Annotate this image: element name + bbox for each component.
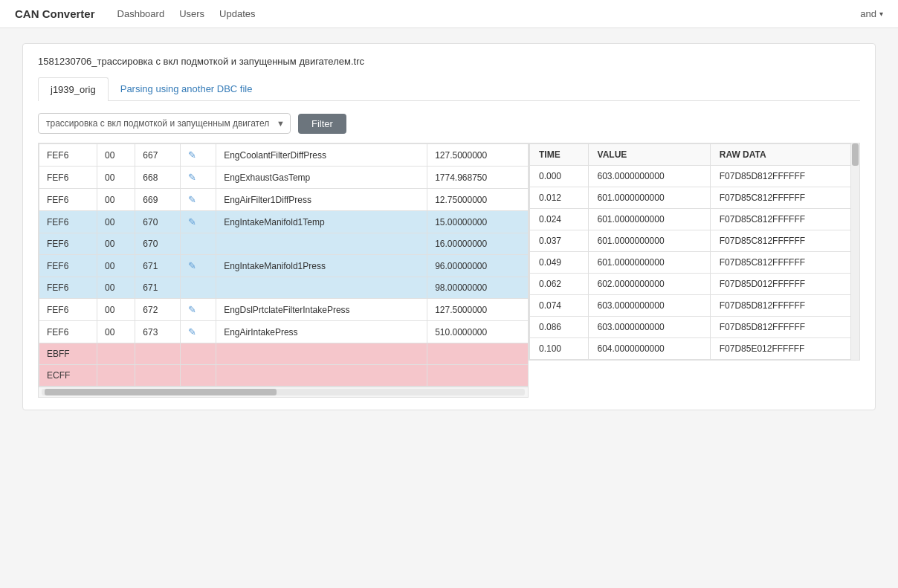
scrollbar-thumb [45, 389, 277, 395]
cell-icon[interactable]: ✎ [181, 211, 216, 233]
cell-spn: 667 [135, 144, 181, 167]
nav-updates[interactable]: Updates [219, 8, 255, 19]
cell-icon[interactable] [181, 365, 216, 387]
cell-sa: 00 [97, 144, 135, 167]
table-row[interactable]: FEF6 00 671 ✎ EngIntakeManifold1Press 96… [39, 255, 529, 277]
filter-button[interactable]: Filter [298, 114, 346, 134]
edit-icon[interactable]: ✎ [188, 304, 196, 315]
table-row[interactable]: EBFF [39, 343, 529, 365]
edit-icon[interactable]: ✎ [188, 194, 196, 205]
cell-pgn: FEF6 [39, 255, 97, 277]
edit-icon[interactable]: ✎ [188, 149, 196, 161]
cell-value: 604.0000000000 [588, 338, 710, 360]
cell-pgn: FEF6 [39, 189, 97, 211]
navbar: CAN Converter Dashboard Users Updates an… [0, 0, 898, 28]
filter-row: трассировка с вкл подмоткой и запущенным… [38, 113, 860, 134]
cell-value: 96.00000000 [427, 255, 529, 277]
cell-icon[interactable]: ✎ [181, 321, 216, 343]
horizontal-scrollbar[interactable] [38, 387, 529, 398]
table-row[interactable]: 0.012 601.0000000000 F07D85C812FFFFFF [530, 187, 859, 209]
cell-value: 127.5000000 [427, 299, 529, 321]
table-row[interactable]: FEF6 00 667 ✎ EngCoolantFilterDiffPress … [39, 144, 529, 167]
cell-value: 12.75000000 [427, 189, 529, 211]
cell-sa: 00 [97, 189, 135, 211]
nav-users[interactable]: Users [179, 8, 204, 19]
filter-select[interactable]: трассировка с вкл подмоткой и запущенным… [38, 113, 291, 134]
cell-name: EngExhaustGasTemp [216, 167, 427, 189]
cell-raw: F07D85D812FFFFFF [710, 166, 859, 187]
main-content: 1581230706_трассировка с вкл подмоткой и… [0, 28, 898, 425]
cell-value: 510.0000000 [427, 321, 529, 343]
app-brand: CAN Converter [15, 7, 95, 20]
table-row[interactable]: 0.074 603.0000000000 F07D85D812FFFFFF [530, 295, 859, 317]
right-table-header: VALUE [588, 144, 710, 166]
edit-icon[interactable]: ✎ [188, 216, 196, 227]
table-row[interactable]: 0.037 601.0000000000 F07D85C812FFFFFF [530, 230, 859, 252]
cell-time: 0.086 [530, 317, 589, 338]
cell-icon[interactable]: ✎ [181, 144, 216, 167]
cell-value: 601.0000000000 [588, 230, 710, 252]
right-table-header: RAW DATA [710, 144, 859, 166]
cell-sa: 00 [97, 299, 135, 321]
cell-raw: F07D85D812FFFFFF [710, 295, 859, 317]
table-row[interactable]: 0.062 602.0000000000 F07D85D012FFFFFF [530, 274, 859, 295]
cell-icon[interactable] [181, 343, 216, 365]
cell-raw: F07D85E012FFFFFF [710, 338, 859, 360]
right-table-header: TIME [530, 144, 589, 166]
cell-pgn: FEF6 [39, 211, 97, 233]
edit-icon[interactable]: ✎ [188, 326, 196, 337]
cell-icon[interactable]: ✎ [181, 189, 216, 211]
table-row[interactable]: 0.100 604.0000000000 F07D85E012FFFFFF [530, 338, 859, 360]
cell-value: 601.0000000000 [588, 187, 710, 209]
table-row[interactable]: 0.024 601.0000000000 F07D85C812FFFFFF [530, 209, 859, 230]
cell-time: 0.100 [530, 338, 589, 360]
table-row[interactable]: 0.086 603.0000000000 F07D85D812FFFFFF [530, 317, 859, 338]
cell-pgn: FEF6 [39, 321, 97, 343]
right-table-wrapper[interactable]: TIMEVALUERAW DATA 0.000 603.0000000000 F… [529, 143, 860, 361]
file-title: 1581230706_трассировка с вкл подмоткой и… [38, 56, 860, 67]
cell-name: EngIntakeManifold1Temp [216, 211, 427, 233]
cell-time: 0.074 [530, 295, 589, 317]
cell-value: 16.00000000 [427, 233, 529, 255]
cell-name [216, 233, 427, 255]
nav-dashboard[interactable]: Dashboard [117, 8, 165, 19]
cell-icon [181, 233, 216, 255]
cell-value: 1774.968750 [427, 167, 529, 189]
table-row[interactable]: FEF6 00 671 98.00000000 [39, 277, 529, 299]
table-row[interactable]: FEF6 00 669 ✎ EngAirFilter1DiffPress 12.… [39, 189, 529, 211]
right-table: TIMEVALUERAW DATA 0.000 603.0000000000 F… [529, 143, 859, 360]
cell-icon[interactable]: ✎ [181, 299, 216, 321]
cell-raw: F07D85D012FFFFFF [710, 274, 859, 295]
table-row[interactable]: FEF6 00 672 ✎ EngDslPrtclateFilterIntake… [39, 299, 529, 321]
cell-pgn: FEF6 [39, 167, 97, 189]
tab-parsing-dbc[interactable]: Parsing using another DBC file [109, 77, 265, 101]
user-menu[interactable]: and ▾ [860, 8, 883, 19]
cell-value: 602.0000000000 [588, 274, 710, 295]
table-row[interactable]: 0.000 603.0000000000 F07D85D812FFFFFF [530, 166, 859, 187]
cell-pgn: EBFF [39, 343, 97, 365]
cell-sa: 00 [97, 167, 135, 189]
cell-icon[interactable]: ✎ [181, 255, 216, 277]
edit-icon[interactable]: ✎ [188, 172, 196, 183]
table-row[interactable]: ECFF [39, 365, 529, 387]
table-row[interactable]: FEF6 00 670 ✎ EngIntakeManifold1Temp 15.… [39, 211, 529, 233]
cell-name [216, 277, 427, 299]
cell-value: 15.00000000 [427, 211, 529, 233]
tab-j1939-orig[interactable]: j1939_orig [38, 77, 109, 101]
cell-spn: 671 [135, 255, 181, 277]
cell-raw: F07D85C812FFFFFF [710, 209, 859, 230]
cell-time: 0.037 [530, 230, 589, 252]
scrollbar-track [42, 389, 525, 395]
cell-icon[interactable]: ✎ [181, 167, 216, 189]
cell-name: EngIntakeManifold1Press [216, 255, 427, 277]
cell-sa: 00 [97, 211, 135, 233]
table-row[interactable]: FEF6 00 673 ✎ EngAirIntakePress 510.0000… [39, 321, 529, 343]
table-row[interactable]: FEF6 00 670 16.00000000 [39, 233, 529, 255]
table-row[interactable]: FEF6 00 668 ✎ EngExhaustGasTemp 1774.968… [39, 167, 529, 189]
vertical-scrollbar[interactable] [850, 143, 859, 360]
edit-icon[interactable]: ✎ [188, 260, 196, 271]
cell-time: 0.024 [530, 209, 589, 230]
table-row[interactable]: 0.049 601.0000000000 F07D85C812FFFFFF [530, 252, 859, 274]
navbar-links: Dashboard Users Updates [117, 8, 256, 19]
left-table-wrapper[interactable]: FEF6 00 667 ✎ EngCoolantFilterDiffPress … [38, 143, 529, 387]
